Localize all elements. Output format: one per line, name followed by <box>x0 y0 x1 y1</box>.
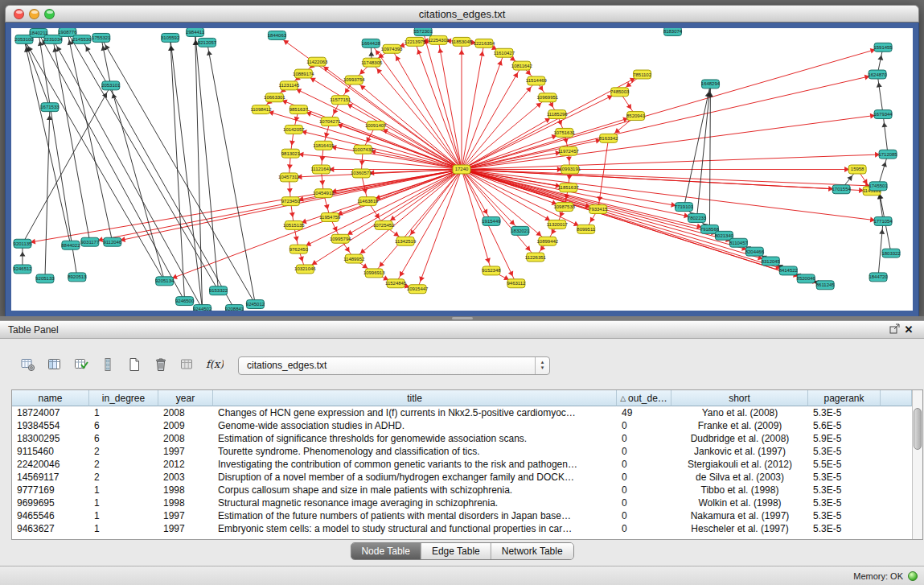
graph-node[interactable]: 10725452 <box>373 220 395 229</box>
graph-edge[interactable] <box>207 43 256 304</box>
graph-node[interactable]: 7851102 <box>633 70 652 79</box>
graph-node[interactable]: 10974393 <box>381 44 403 53</box>
cell-title[interactable]: Corpus callosum shape and size in male p… <box>213 484 617 496</box>
graph-node[interactable]: 10457312 <box>278 173 300 182</box>
graph-node[interactable]: 1803322 <box>881 249 901 257</box>
cell-year[interactable]: 2008 <box>158 432 213 445</box>
graph-edge[interactable] <box>878 221 883 277</box>
graph-edge[interactable] <box>423 31 462 170</box>
graph-node[interactable]: 10142057 <box>283 125 305 134</box>
table-row[interactable]: 2242004622012Investigating the contribut… <box>12 458 912 471</box>
cell-pagerank[interactable]: 5.3E-5 <box>808 445 881 458</box>
graph-node[interactable]: 1591455 <box>873 43 893 51</box>
graph-node[interactable]: 9762450 <box>290 245 309 253</box>
function-builder-button[interactable]: f(x) <box>203 355 224 376</box>
tab-node-table[interactable]: Node Table <box>351 543 421 559</box>
graph-node[interactable]: 1712085 <box>878 150 897 159</box>
close-panel-button[interactable]: ✕ <box>901 323 916 337</box>
graph-node[interactable]: 8163342 <box>599 134 618 142</box>
graph-node[interactable]: 11226351 <box>525 253 547 262</box>
table-row[interactable]: 911546021997Tourette syndrome. Phenomeno… <box>12 445 912 458</box>
cell-out_degree[interactable]: 0 <box>617 496 671 509</box>
graph-node[interactable]: 9205133 <box>35 274 55 283</box>
graph-node[interactable]: 3105592 <box>161 33 180 42</box>
close-window-button[interactable] <box>14 9 24 19</box>
graph-node[interactable]: 10515135 <box>283 220 305 229</box>
graph-node[interactable]: 9851637 <box>290 105 309 114</box>
graph-node[interactable]: 11185296 <box>547 110 568 119</box>
cell-in_degree[interactable]: 2 <box>89 445 158 458</box>
graph-node[interactable]: 11463819 <box>357 197 379 206</box>
cell-name[interactable]: 9115460 <box>12 445 89 458</box>
column-header-short[interactable]: short <box>671 390 808 406</box>
graph-edge[interactable] <box>90 170 462 242</box>
cell-title[interactable]: Tourette syndrome. Phenomenology and cla… <box>213 445 617 458</box>
cell-name[interactable]: 9463627 <box>12 522 89 535</box>
column-header-out_degree[interactable]: △out_de… <box>617 390 671 406</box>
cell-short[interactable]: Franke et al. (2009) <box>671 419 808 432</box>
minimize-window-button[interactable] <box>29 9 39 19</box>
cell-pagerank[interactable]: 5.6E-5 <box>808 419 881 432</box>
graph-node[interactable]: 11610427 <box>494 48 515 57</box>
graph-node[interactable]: 1701554 <box>832 185 852 194</box>
graph-node[interactable]: 10899442 <box>537 237 559 245</box>
cell-short[interactable]: Stergiakouli et al. (2012) <box>671 458 808 471</box>
graph-node[interactable]: 8844022 <box>61 241 80 249</box>
window-titlebar[interactable]: citations_edges.txt <box>5 5 919 23</box>
graph-node[interactable]: 10091407 <box>365 122 387 130</box>
graph-node[interactable]: 1745501 <box>869 182 888 191</box>
splitter-grip-icon[interactable] <box>452 317 473 319</box>
graph-node[interactable]: 11231145 <box>279 81 300 90</box>
graph-edge[interactable] <box>462 170 883 221</box>
cell-name[interactable]: 9777169 <box>12 484 89 496</box>
graph-node[interactable]: 9153322 <box>209 286 228 295</box>
cell-out_degree[interactable]: 0 <box>617 509 671 522</box>
cell-pagerank[interactable]: 5.3E-5 <box>808 484 881 496</box>
table-row[interactable]: 1872400712008Changes of HCN gene express… <box>12 406 912 419</box>
graph-node[interactable]: 7802233 <box>688 214 707 223</box>
graph-edge[interactable] <box>462 154 888 170</box>
graph-node[interactable]: 9246500 <box>175 297 195 306</box>
graph-node[interactable]: 8611245 <box>816 281 836 290</box>
graph-node[interactable]: 11320017 <box>547 220 569 229</box>
cell-year[interactable]: 1997 <box>158 522 213 535</box>
cell-title[interactable]: Estimation of the future numbers of pati… <box>213 509 617 522</box>
graph-node[interactable]: 10751631 <box>553 128 575 137</box>
show-columns-button[interactable] <box>44 355 65 376</box>
graph-edge[interactable] <box>371 43 462 170</box>
graph-node[interactable]: 7933415 <box>589 205 608 214</box>
graph-node[interactable]: 1679344 <box>873 110 893 119</box>
graph-edge[interactable] <box>462 114 883 169</box>
graph-node[interactable]: 8183074 <box>663 28 683 35</box>
graph-node[interactable]: 10454913 <box>313 189 335 198</box>
cell-in_degree[interactable]: 1 <box>89 406 158 419</box>
graph-edge[interactable] <box>396 170 462 284</box>
graph-node[interactable]: 1844720 <box>869 273 888 282</box>
graph-node[interactable]: 11098412 <box>250 105 272 114</box>
graph-edge[interactable] <box>24 39 71 245</box>
network-graph[interactable]: 1724011853045122543031221397510974393117… <box>11 28 913 311</box>
graph-edge[interactable] <box>462 75 877 170</box>
graph-node[interactable]: 3212057 <box>198 38 217 47</box>
cell-in_degree[interactable]: 2 <box>89 458 158 471</box>
clear-selection-button[interactable] <box>97 355 118 376</box>
column-header-year[interactable]: year <box>158 390 213 406</box>
delete-column-button[interactable] <box>150 355 171 376</box>
graph-node[interactable]: 8520941 <box>626 112 646 121</box>
graph-node[interactable]: 1664428 <box>362 39 381 47</box>
table-row[interactable]: 1830029562008Estimation of significance … <box>12 432 912 445</box>
float-panel-button[interactable] <box>887 323 901 337</box>
graph-node[interactable]: 11514469 <box>526 76 548 85</box>
graph-node[interactable]: 1648294 <box>701 80 721 89</box>
table-row[interactable]: 977716911998Corpus callosum shape and si… <box>12 484 912 496</box>
cell-in_degree[interactable]: 6 <box>89 432 158 445</box>
table-row[interactable]: 1456911722003Disruption of a novel membe… <box>12 471 912 484</box>
cell-out_degree[interactable]: 0 <box>617 458 671 471</box>
graph-edge[interactable] <box>462 170 878 187</box>
cell-name[interactable]: 22420046 <box>12 458 89 471</box>
graph-edge[interactable] <box>68 32 113 242</box>
cell-short[interactable]: Dudbridge et al. (2008) <box>671 432 808 445</box>
graph-edge[interactable] <box>170 38 185 301</box>
graph-node[interactable]: 1671533 <box>40 103 60 112</box>
graph-node[interactable]: 9245012 <box>246 300 265 309</box>
